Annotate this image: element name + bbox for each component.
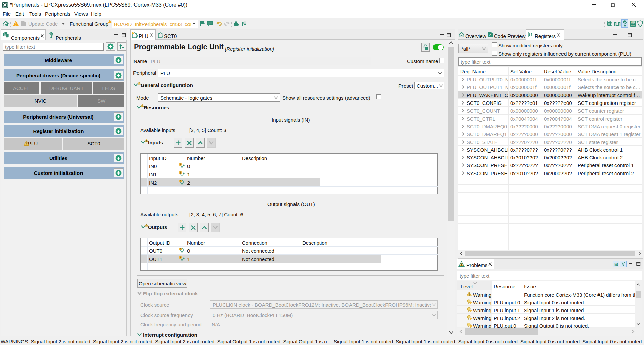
svg-text:c: c [489, 33, 491, 37]
svg-text:0101: 0101 [631, 25, 635, 27]
